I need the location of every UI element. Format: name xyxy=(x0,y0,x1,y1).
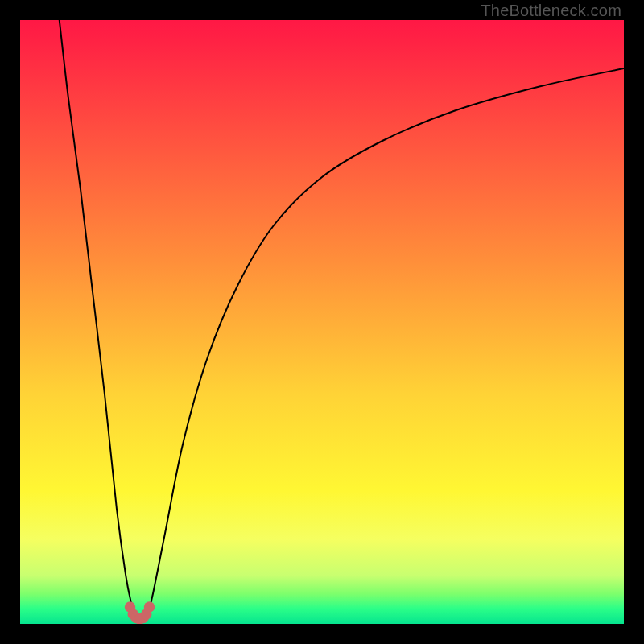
right-branch-curve xyxy=(147,68,625,618)
plot-area xyxy=(20,20,624,624)
chart-frame: TheBottleneck.com xyxy=(0,0,644,644)
watermark-text: TheBottleneck.com xyxy=(481,2,621,20)
dip-marker-dot xyxy=(144,601,155,613)
curve-layer xyxy=(20,20,624,624)
left-branch-curve xyxy=(60,20,135,618)
dip-marker-cluster xyxy=(125,601,155,624)
